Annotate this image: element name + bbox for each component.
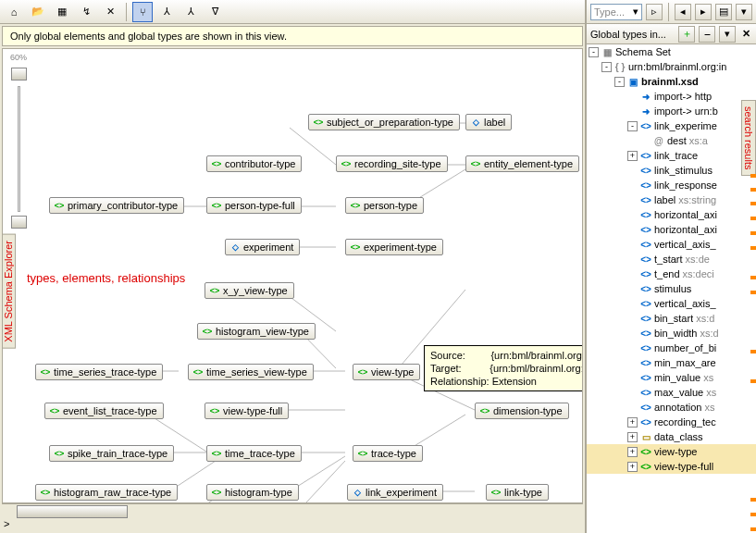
- tree-stim[interactable]: <>stimulus: [587, 281, 756, 296]
- node-trace-type[interactable]: <>trace-type: [353, 445, 423, 462]
- tree-tstart[interactable]: <>t_startxs:de: [587, 252, 756, 266]
- dd-icon[interactable]: ▾: [719, 26, 736, 43]
- node-view-type[interactable]: <>view-type: [353, 364, 420, 380]
- branch2-icon[interactable]: ⅄: [180, 2, 201, 22]
- node-ts-view[interactable]: <>time_series_view-type: [188, 364, 314, 380]
- node-entity-element[interactable]: <>entity_element-type: [465, 155, 579, 172]
- tree-rectec[interactable]: +<>recording_tec: [587, 415, 756, 429]
- add-icon[interactable]: ＋: [678, 26, 695, 43]
- node-label[interactable]: ◇label: [465, 114, 512, 130]
- tree-import1[interactable]: ➜import-> http: [587, 89, 756, 104]
- node-time-trace[interactable]: <>time_trace-type: [206, 445, 302, 462]
- tree-view-type-full[interactable]: +<>view-type-full: [587, 459, 756, 474]
- diagram-canvas[interactable]: 60% <>subject_or_preparation-type ◇label…: [2, 48, 583, 503]
- node-ts-trace[interactable]: <>time_series_trace-type: [35, 364, 163, 380]
- settings-icon[interactable]: ▾: [736, 4, 752, 20]
- tree-import2[interactable]: ➜import-> urn:b: [587, 104, 756, 118]
- tree-haxi1[interactable]: <>horizontal_axi: [587, 207, 756, 222]
- node-event-list[interactable]: <>event_list_trace-type: [44, 403, 164, 419]
- node-hist-raw[interactable]: <>histogram_raw_trace-type: [35, 484, 178, 501]
- nav-fwd-icon[interactable]: ▸: [695, 4, 712, 20]
- main-toolbar: ⌂ 📂 ▦ ↯ ✕ ⑂ ⅄ ⅄ ∇: [0, 0, 585, 24]
- explorer-tab[interactable]: XML Schema Explorer: [2, 234, 16, 349]
- node-histogram[interactable]: <>histogram-type: [206, 484, 299, 501]
- filter-icon[interactable]: ∇: [204, 2, 225, 22]
- tree-link-stim[interactable]: <>link_stimulus: [587, 163, 756, 178]
- node-person-full[interactable]: <>person-type-full: [206, 197, 302, 214]
- tree-view-type[interactable]: +<>view-type: [587, 444, 756, 459]
- diagram-annotation: types, elements, relationships: [27, 271, 185, 285]
- hierarchy-icon[interactable]: ⑂: [132, 2, 153, 22]
- tree-nbins[interactable]: <>number_of_bi: [587, 341, 756, 355]
- tree-dclass[interactable]: +▭data_class: [587, 429, 756, 444]
- tree-file[interactable]: -▣brainml.xsd: [587, 74, 756, 89]
- tree-link-exp[interactable]: -<>link_experime: [587, 118, 756, 133]
- tree-label[interactable]: <>labelxs:string: [587, 192, 756, 207]
- tree-tend[interactable]: <>t_endxs:deci: [587, 266, 756, 281]
- status-bar: >: [0, 518, 585, 533]
- tree-haxi2[interactable]: <>horizontal_axi: [587, 222, 756, 237]
- open-icon[interactable]: 📂: [28, 2, 48, 22]
- explorer-title: Global types in...: [590, 29, 675, 40]
- node-experiment-type[interactable]: <>experiment-type: [345, 239, 443, 255]
- h-scrollbar[interactable]: [2, 503, 583, 518]
- tree-binwidth[interactable]: <>bin_widthxs:d: [587, 326, 756, 341]
- node-primary-contributor[interactable]: <>primary_contributor-type: [49, 197, 184, 214]
- node-experiment[interactable]: ◇experiment: [225, 239, 300, 255]
- schema-tree[interactable]: search results -▦Schema Set -{ }urn:bml/…: [587, 44, 756, 533]
- explorer-header: Global types in... ＋ ‒ ▾ ✕: [587, 24, 756, 44]
- select-icon[interactable]: ▦: [52, 2, 72, 22]
- tree-binstart[interactable]: <>bin_startxs:d: [587, 311, 756, 326]
- relationship-tooltip: Source: {urn:bml/brainml.org:internal/Br…: [424, 345, 583, 391]
- tree-annot[interactable]: <>annotationxs: [587, 400, 756, 415]
- node-xy-view[interactable]: <>x_y_view-type: [204, 282, 294, 299]
- tree-link-resp[interactable]: <>link_response: [587, 178, 756, 192]
- delete-icon[interactable]: ✕: [100, 2, 120, 22]
- node-link-type[interactable]: <>link-type: [486, 484, 549, 501]
- node-dimension[interactable]: <>dimension-type: [475, 403, 569, 419]
- type-search-input[interactable]: Type...▾: [590, 4, 642, 20]
- node-recording-site[interactable]: <>recording_site-type: [336, 155, 448, 172]
- nav-back-icon[interactable]: ◂: [675, 4, 691, 20]
- node-person[interactable]: <>person-type: [345, 197, 424, 214]
- close-icon[interactable]: ✕: [739, 28, 752, 40]
- tree-minmax[interactable]: <>min_max_are: [587, 355, 756, 370]
- tree-maxval[interactable]: <>max_valuexs: [587, 385, 756, 400]
- info-bar: Only global elements and global types ar…: [2, 26, 583, 46]
- branch1-icon[interactable]: ⅄: [156, 2, 177, 22]
- tree-vaxi2[interactable]: <>vertical_axis_: [587, 296, 756, 311]
- tree-link-trace[interactable]: +<>link_trace: [587, 148, 756, 163]
- node-contributor[interactable]: <>contributor-type: [206, 155, 302, 172]
- tree-ns[interactable]: -{ }urn:bml/brainml.org:in: [587, 59, 756, 74]
- tool-icon[interactable]: ↯: [76, 2, 96, 22]
- node-histogram-view[interactable]: <>histogram_view-type: [197, 323, 316, 340]
- home-icon[interactable]: ⌂: [4, 2, 24, 22]
- clipboard-icon[interactable]: ▤: [715, 4, 732, 20]
- node-subject-prep[interactable]: <>subject_or_preparation-type: [308, 114, 460, 130]
- search-go-icon[interactable]: ▹: [646, 4, 663, 20]
- node-view-full[interactable]: <>view-type-full: [204, 403, 289, 419]
- min-icon[interactable]: ‒: [699, 26, 715, 43]
- sidebar-toolbar: Type...▾ ▹ ◂ ▸ ▤ ▾: [587, 0, 756, 24]
- tree-root[interactable]: -▦Schema Set: [587, 44, 756, 59]
- tree-dest[interactable]: @destxs:a: [587, 133, 756, 148]
- tree-minval[interactable]: <>min_valuexs: [587, 370, 756, 385]
- tree-vaxi1[interactable]: <>vertical_axis_: [587, 237, 756, 252]
- node-spike-train[interactable]: <>spike_train_trace-type: [49, 445, 174, 462]
- node-link-exp[interactable]: ◇link_experiment: [347, 484, 443, 501]
